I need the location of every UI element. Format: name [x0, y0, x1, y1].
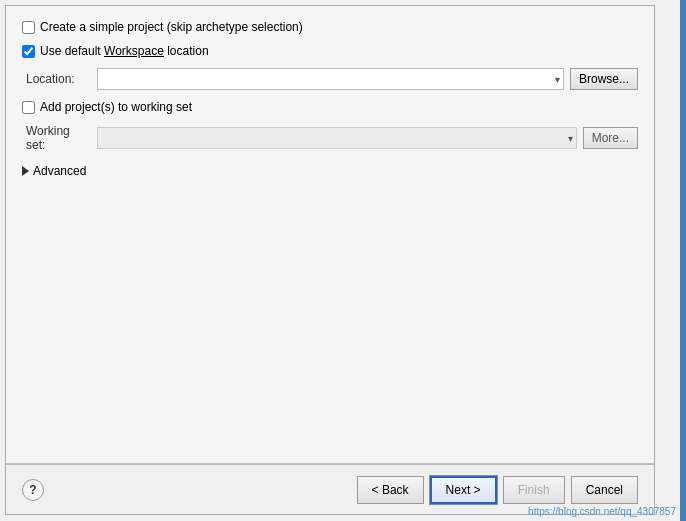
default-workspace-row: Use default Workspace location [22, 44, 638, 58]
next-button[interactable]: Next > [430, 476, 497, 504]
finish-button[interactable]: Finish [503, 476, 565, 504]
back-button[interactable]: < Back [357, 476, 424, 504]
label-suffix: location [164, 44, 209, 58]
more-button[interactable]: More... [583, 127, 638, 149]
browse-button[interactable]: Browse... [570, 68, 638, 90]
location-input-wrapper [97, 68, 564, 90]
help-button[interactable]: ? [22, 479, 44, 501]
advanced-label: Advanced [33, 164, 86, 178]
advanced-triangle-icon [22, 166, 29, 176]
cancel-button[interactable]: Cancel [571, 476, 638, 504]
dialog-body: Create a simple project (skip archetype … [6, 6, 654, 463]
simple-project-row: Create a simple project (skip archetype … [22, 20, 638, 34]
advanced-row[interactable]: Advanced [22, 162, 638, 180]
add-working-set-checkbox[interactable] [22, 101, 35, 114]
working-set-row: Working set: More... [22, 124, 638, 152]
workspace-link: Workspace [104, 44, 164, 58]
watermark: https://blog.csdn.net/qq_4307857 [528, 506, 676, 517]
add-working-set-row: Add project(s) to working set [22, 100, 638, 114]
new-project-dialog: Create a simple project (skip archetype … [5, 5, 655, 515]
location-row: Location: Browse... [22, 68, 638, 90]
location-input[interactable] [97, 68, 564, 90]
location-label: Location: [26, 72, 91, 86]
right-bar [680, 0, 686, 521]
body-spacer [22, 190, 638, 449]
add-working-set-label: Add project(s) to working set [40, 100, 192, 114]
working-set-select[interactable] [97, 127, 577, 149]
default-workspace-label: Use default Workspace location [40, 44, 209, 58]
simple-project-label: Create a simple project (skip archetype … [40, 20, 303, 34]
working-set-select-wrapper [97, 127, 577, 149]
working-set-label: Working set: [26, 124, 91, 152]
label-prefix: Use default [40, 44, 104, 58]
default-workspace-checkbox[interactable] [22, 45, 35, 58]
simple-project-checkbox[interactable] [22, 21, 35, 34]
